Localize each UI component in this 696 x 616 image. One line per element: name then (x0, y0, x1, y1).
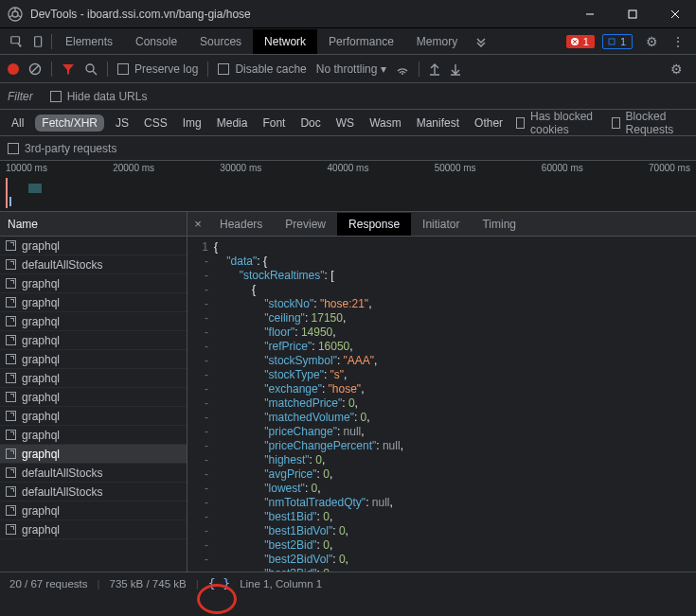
filter-icon[interactable] (62, 62, 75, 76)
chevron-down-icon: ▾ (381, 62, 386, 76)
close-details-icon[interactable]: × (187, 217, 208, 231)
preserve-log-checkbox[interactable]: Preserve log (117, 62, 198, 76)
tab-memory[interactable]: Memory (405, 29, 469, 54)
filter-ws[interactable]: WS (332, 114, 358, 132)
svg-rect-3 (629, 10, 636, 18)
request-row[interactable]: graphql (0, 237, 187, 255)
error-badge[interactable]: 1 (566, 35, 595, 48)
tab-performance[interactable]: Performance (317, 29, 405, 54)
request-row[interactable]: graphql (0, 502, 187, 520)
disable-cache-checkbox[interactable]: Disable cache (218, 62, 306, 76)
blocked-requests-checkbox[interactable]: Blocked Requests (612, 110, 688, 136)
export-har-icon[interactable] (450, 62, 461, 76)
more-tabs-chevron-icon[interactable] (471, 32, 491, 51)
search-icon[interactable] (84, 62, 98, 76)
file-icon (6, 467, 16, 478)
request-row[interactable]: graphql (0, 312, 187, 331)
timeline-tick: 10000 ms (6, 163, 47, 173)
request-row[interactable]: graphql (0, 350, 187, 369)
timeline-marker (6, 178, 8, 208)
response-body[interactable]: 1------------------------ { "data": { "s… (187, 237, 696, 572)
svg-point-16 (402, 73, 403, 75)
hide-data-urls-checkbox[interactable]: Hide data URLs (50, 90, 148, 103)
request-row[interactable]: defaultAllStocks (0, 464, 187, 483)
request-row[interactable]: graphql (0, 520, 187, 539)
request-name: graphql (22, 372, 60, 385)
request-row[interactable]: graphql (0, 274, 187, 293)
file-icon (6, 278, 16, 289)
window-minimize-button[interactable] (568, 0, 611, 27)
filter-doc[interactable]: Doc (296, 114, 324, 132)
blocked-cookies-checkbox[interactable]: Has blocked cookies (516, 110, 602, 136)
filter-all[interactable]: All (8, 114, 27, 132)
file-icon (6, 316, 16, 326)
request-row[interactable]: graphql (0, 369, 187, 388)
requests-panel: Name graphqldefaultAllStocksgraphqlgraph… (0, 212, 187, 572)
request-name: graphql (22, 523, 60, 537)
inspect-icon[interactable] (6, 30, 27, 53)
timeline-overview[interactable]: 10000 ms20000 ms30000 ms40000 ms50000 ms… (0, 161, 696, 212)
window-close-button[interactable] (653, 0, 696, 27)
issues-badge[interactable]: 1 (602, 34, 633, 49)
svg-rect-11 (609, 39, 615, 44)
file-icon (6, 411, 16, 421)
detail-tab-response[interactable]: Response (337, 213, 411, 236)
detail-tab-headers[interactable]: Headers (208, 213, 274, 236)
timeline-tick: 20000 ms (113, 163, 154, 173)
third-party-checkbox[interactable]: 3rd-party requests (8, 142, 116, 155)
file-icon (6, 373, 16, 383)
request-name: graphql (22, 315, 60, 328)
record-button[interactable] (8, 63, 19, 75)
file-icon (6, 524, 16, 535)
throttling-select[interactable]: No throttling ▾ (316, 62, 387, 76)
tab-console[interactable]: Console (124, 29, 188, 54)
detail-tab-timing[interactable]: Timing (471, 213, 527, 236)
timeline-tick: 60000 ms (542, 163, 583, 173)
request-name: graphql (22, 504, 60, 518)
filter-row-2: AllFetch/XHRJSCSSImgMediaFontDocWSWasmMa… (0, 110, 696, 136)
filter-wasm[interactable]: Wasm (366, 114, 405, 132)
tab-sources[interactable]: Sources (188, 29, 253, 54)
filter-other[interactable]: Other (471, 114, 507, 132)
filter-font[interactable]: Font (259, 114, 289, 132)
device-icon[interactable] (28, 30, 49, 53)
request-row[interactable]: graphql (0, 407, 187, 426)
request-name: graphql (22, 429, 60, 442)
window-maximize-button[interactable] (611, 0, 653, 27)
request-row[interactable]: defaultAllStocks (0, 255, 187, 274)
filter-fetchxhr[interactable]: Fetch/XHR (35, 114, 104, 132)
request-name: graphql (22, 277, 60, 290)
svg-rect-6 (11, 36, 20, 43)
filter-input[interactable]: Filter (8, 90, 33, 103)
network-settings-gear-icon[interactable]: ⚙ (665, 62, 688, 77)
request-row[interactable]: graphql (0, 293, 187, 312)
svg-line-13 (31, 65, 39, 73)
request-name: graphql (22, 353, 60, 366)
network-conditions-icon[interactable] (396, 62, 409, 76)
filter-media[interactable]: Media (213, 114, 252, 132)
settings-gear-icon[interactable]: ⚙ (640, 34, 664, 49)
request-row[interactable]: graphql (0, 331, 187, 350)
kebab-menu-icon[interactable]: ⋮ (666, 34, 690, 49)
filter-manifest[interactable]: Manifest (413, 114, 463, 132)
devtools-tab-bar: ElementsConsoleSourcesNetworkPerformance… (0, 28, 696, 55)
clear-icon[interactable] (28, 62, 42, 76)
filter-img[interactable]: Img (179, 114, 205, 132)
detail-tab-initiator[interactable]: Initiator (411, 213, 471, 236)
request-row[interactable]: defaultAllStocks (0, 483, 187, 502)
tab-network[interactable]: Network (253, 29, 317, 54)
requests-list[interactable]: graphqldefaultAllStocksgraphqlgraphqlgra… (0, 237, 187, 572)
timeline-tick: 70000 ms (649, 163, 690, 173)
request-row[interactable]: graphql (0, 388, 187, 407)
filter-css[interactable]: CSS (140, 114, 171, 132)
requests-column-header[interactable]: Name (0, 212, 187, 237)
pretty-print-button[interactable]: { } (208, 576, 230, 590)
import-har-icon[interactable] (429, 62, 440, 76)
filter-js[interactable]: JS (112, 114, 133, 132)
status-request-count: 20 / 67 requests (9, 578, 87, 590)
detail-tab-preview[interactable]: Preview (274, 213, 337, 236)
file-icon (6, 354, 16, 364)
tab-elements[interactable]: Elements (54, 29, 124, 54)
request-row[interactable]: graphql (0, 445, 187, 464)
request-row[interactable]: graphql (0, 426, 187, 445)
